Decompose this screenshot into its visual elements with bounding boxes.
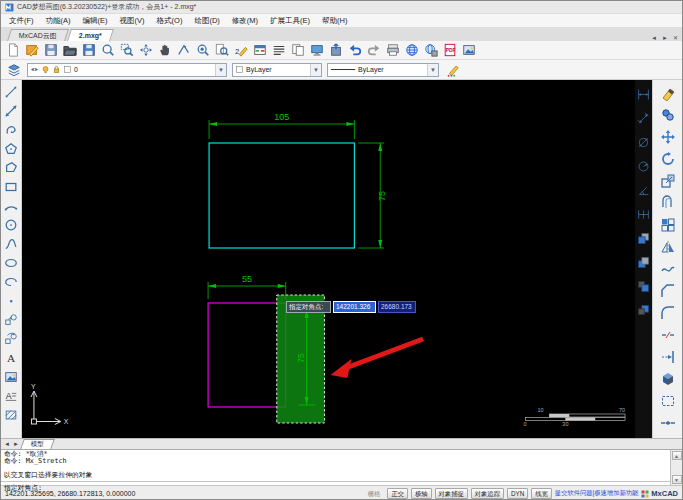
toggle-polar[interactable]: 极轴: [411, 488, 432, 499]
scale-button[interactable]: [659, 172, 677, 189]
text-style-button[interactable]: A: [3, 388, 19, 403]
array-button[interactable]: [659, 216, 677, 233]
layer-table-button[interactable]: [251, 42, 268, 59]
chamfer-button[interactable]: [659, 282, 677, 299]
new-button[interactable]: [4, 42, 21, 59]
explode-button[interactable]: [659, 370, 677, 387]
pdf-button[interactable]: PDF: [441, 42, 458, 59]
measure-button[interactable]: [175, 42, 192, 59]
command-scrollbar[interactable]: ▲ ▼: [670, 450, 682, 485]
menu-edit[interactable]: 编辑(E): [77, 14, 114, 27]
dynamic-input-y-field[interactable]: 26680.173: [378, 301, 416, 313]
undo-button[interactable]: [346, 42, 363, 59]
circle-button[interactable]: [3, 217, 19, 232]
text-button[interactable]: A: [3, 350, 19, 365]
dim-aligned-button[interactable]: [637, 112, 651, 125]
toggle-otrack[interactable]: 对象追踪: [471, 488, 504, 499]
pan-button[interactable]: [156, 42, 173, 59]
open-button[interactable]: [61, 42, 78, 59]
xline-button[interactable]: [3, 103, 19, 118]
dim-radius-button[interactable]: [637, 160, 651, 173]
cyan-rectangle[interactable]: [209, 143, 354, 248]
dim-continue-button[interactable]: [637, 208, 651, 221]
layer-dropdown-arrow-icon[interactable]: ▼: [215, 64, 226, 76]
line-button[interactable]: [3, 84, 19, 99]
rotate-button[interactable]: [659, 150, 677, 167]
polygon-button[interactable]: [3, 141, 19, 156]
linetype-dropdown-arrow-icon[interactable]: ▼: [427, 64, 438, 76]
print-button[interactable]: [384, 42, 401, 59]
block-make-button[interactable]: [3, 331, 19, 346]
layer-manager-button[interactable]: [5, 61, 22, 78]
spline-edit-button[interactable]: [659, 260, 677, 277]
menu-help[interactable]: 帮助(H): [316, 14, 353, 27]
scroll-down-icon[interactable]: ▼: [672, 475, 682, 484]
toggle-grid[interactable]: 栅格: [364, 488, 385, 499]
toggle-lineweight[interactable]: 线宽: [531, 488, 552, 499]
tab-next-button[interactable]: ►: [662, 35, 668, 41]
zoom-extents-button[interactable]: [137, 42, 154, 59]
zoom-window-button[interactable]: [118, 42, 135, 59]
region-button[interactable]: [659, 392, 677, 409]
menu-view[interactable]: 视图(V): [114, 14, 151, 27]
pencil-button[interactable]: 2: [232, 42, 249, 59]
toggle-dyn[interactable]: DYN: [507, 488, 528, 499]
magenta-rectangle[interactable]: [208, 303, 286, 407]
move-button[interactable]: [659, 128, 677, 145]
block-insert-button[interactable]: [3, 312, 19, 327]
tab-mxcad-cloud[interactable]: MxCAD云图: [7, 29, 69, 41]
layout-next-button[interactable]: ►: [13, 441, 19, 447]
order-above-button[interactable]: [637, 280, 651, 293]
tab-prev-button[interactable]: ◄: [651, 35, 657, 41]
linetype-select[interactable]: ByLayer ▼: [327, 63, 439, 77]
order-back-button[interactable]: [637, 256, 651, 269]
erase-button[interactable]: [659, 84, 677, 101]
promo-link[interactable]: 提交软件问题|极速增加新功能: [555, 489, 639, 498]
menu-draw[interactable]: 绘图(D): [188, 14, 225, 27]
point-button[interactable]: [3, 293, 19, 308]
web-gear-button[interactable]: [422, 42, 439, 59]
menu-format[interactable]: 格式(O): [151, 14, 189, 27]
layer-select[interactable]: 0 ▼: [27, 63, 227, 77]
spline-button[interactable]: [3, 236, 19, 251]
dim-angular-button[interactable]: [637, 184, 651, 197]
redo-button[interactable]: [365, 42, 382, 59]
match-properties-button[interactable]: [444, 61, 461, 78]
save-button[interactable]: [42, 42, 59, 59]
order-below-button[interactable]: [637, 304, 651, 317]
toggle-osnap[interactable]: 对象捕捉: [435, 488, 468, 499]
menu-function[interactable]: 功能(A): [40, 14, 77, 27]
ellipse-arc-button[interactable]: [3, 274, 19, 289]
menu-modify[interactable]: 修改(M): [226, 14, 264, 27]
mirror-button[interactable]: [659, 238, 677, 255]
copy-doc-button[interactable]: [289, 42, 306, 59]
extend-button[interactable]: [659, 348, 677, 365]
color-dropdown-arrow-icon[interactable]: ▼: [310, 64, 321, 76]
fillet-button[interactable]: [659, 304, 677, 321]
image-export-button[interactable]: [460, 42, 477, 59]
copy-button[interactable]: [659, 106, 677, 123]
order-front-button[interactable]: [637, 232, 651, 245]
polygon2-button[interactable]: [3, 160, 19, 175]
zoom-button[interactable]: [99, 42, 116, 59]
image-button[interactable]: [3, 369, 19, 384]
upload-button[interactable]: [327, 42, 344, 59]
arc-button[interactable]: [3, 198, 19, 213]
dim-linear-button[interactable]: [637, 88, 651, 101]
dynamic-input-x-field[interactable]: 142201.326: [333, 301, 376, 313]
hatch-button[interactable]: [3, 407, 19, 422]
offset-button[interactable]: [659, 194, 677, 211]
dim-diameter-button[interactable]: [637, 136, 651, 149]
layout-prev-button[interactable]: ◄: [4, 441, 10, 447]
ellipse-button[interactable]: [3, 255, 19, 270]
tab-drawing-2[interactable]: 2.mxg*: [67, 29, 114, 41]
join-button[interactable]: [659, 414, 677, 431]
drawing-canvas[interactable]: 105 75 55: [22, 80, 635, 438]
tab-close-button[interactable]: ✕: [673, 34, 678, 41]
model-tab[interactable]: 模型: [20, 439, 55, 449]
menu-ext-tools[interactable]: 扩展工具(E): [264, 14, 316, 27]
mtext-button[interactable]: [270, 42, 287, 59]
save-as-button[interactable]: [80, 42, 97, 59]
color-select[interactable]: ByLayer ▼: [232, 63, 322, 77]
polyline-button[interactable]: [3, 122, 19, 137]
